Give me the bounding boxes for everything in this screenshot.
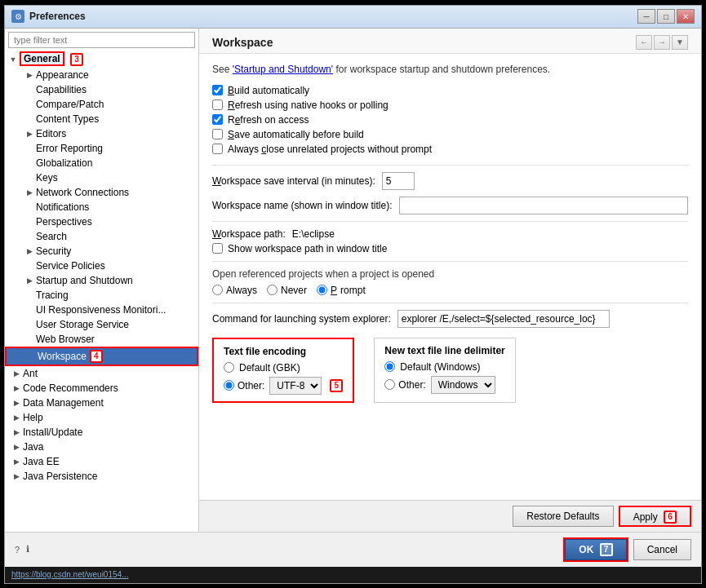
sidebar-item-error-reporting[interactable]: Error Reporting: [5, 141, 198, 156]
footer-left: ? ℹ: [15, 544, 558, 555]
preferences-window: ⚙ Preferences ─ □ ✕ ▼ General 3: [4, 5, 702, 584]
delimiter-other-label[interactable]: Other:: [384, 379, 425, 391]
build-auto-checkbox[interactable]: [212, 85, 223, 95]
close-unrelated-checkbox[interactable]: [212, 144, 223, 154]
delimiter-default-radio[interactable]: [384, 361, 395, 372]
sidebar-item-label-install-update: Install/Update: [23, 427, 82, 438]
nav-back-button[interactable]: ←: [636, 35, 652, 50]
save-interval-input[interactable]: [382, 172, 415, 190]
sidebar-item-search[interactable]: Search: [5, 229, 198, 244]
sidebar-item-install-update[interactable]: ▶ Install/Update: [5, 425, 198, 440]
sidebar-item-startup-shutdown[interactable]: ▶ Startup and Shutdown: [5, 273, 198, 288]
ok-button[interactable]: OK 7: [565, 539, 626, 560]
save-before-build-checkbox[interactable]: [212, 129, 223, 139]
workspace-path-value: E:\eclipse: [292, 228, 335, 240]
refresh-native-checkbox[interactable]: [212, 99, 223, 110]
delimiter-section: New text file line delimiter Default (Wi…: [374, 338, 515, 403]
sidebar-item-java-ee[interactable]: ▶ Java EE: [5, 454, 198, 469]
sidebar-item-ui-responsiveness[interactable]: UI Responsiveness Monitori...: [5, 303, 198, 317]
open-always-label[interactable]: Always: [212, 285, 257, 296]
expand-arrow-install-update: ▶: [11, 427, 21, 437]
window-controls: ─ □ ✕: [637, 9, 695, 24]
sidebar-item-java-persistence[interactable]: ▶ Java Persistence: [5, 469, 198, 484]
divider-1: [212, 165, 688, 166]
sidebar-item-data-management[interactable]: ▶ Data Management: [5, 396, 198, 410]
command-input[interactable]: [397, 310, 610, 328]
badge-6: 6: [664, 511, 677, 524]
sidebar-item-perspectives[interactable]: Perspectives: [5, 214, 198, 229]
footer-link[interactable]: https://blog.csdn.net/weui0154...: [11, 570, 128, 579]
sidebar-item-label-perspectives: Perspectives: [36, 216, 92, 228]
sidebar-item-capabilities[interactable]: Capabilities: [5, 82, 198, 97]
sidebar-item-compare-patch[interactable]: Compare/Patch: [5, 97, 198, 112]
checkbox-refresh-native: Refresh using native hooks or polling: [212, 99, 688, 111]
open-referenced-group: Always Never Prompt: [212, 285, 688, 296]
workspace-name-input[interactable]: [399, 197, 688, 214]
sidebar-item-tracing[interactable]: Tracing: [5, 288, 198, 303]
bottom-sections: Text file encoding Default (GBK) Other:: [212, 338, 688, 403]
delimiter-other-radio[interactable]: [384, 379, 395, 390]
apply-button[interactable]: Apply 6: [619, 506, 691, 527]
sidebar-item-network-connections[interactable]: ▶ Network Connections: [5, 185, 198, 200]
command-label: Command for launching system explorer:: [212, 313, 391, 325]
open-always-radio[interactable]: [212, 285, 223, 295]
sidebar-item-general[interactable]: ▼ General 3: [5, 51, 198, 68]
sidebar-item-workspace[interactable]: Workspace 4: [5, 347, 198, 366]
badge-5: 5: [330, 379, 343, 392]
open-never-radio[interactable]: [267, 285, 278, 295]
sidebar-item-label-capabilities: Capabilities: [36, 84, 87, 95]
encoding-default-label[interactable]: Default (GBK): [224, 362, 343, 374]
sidebar-item-user-storage[interactable]: User Storage Service: [5, 317, 198, 332]
sidebar-item-globalization[interactable]: Globalization: [5, 156, 198, 170]
open-prompt-radio[interactable]: [317, 285, 327, 295]
refresh-native-label: Refresh using native hooks or polling: [228, 99, 389, 111]
sidebar-item-notifications[interactable]: Notifications: [5, 200, 198, 214]
maximize-button[interactable]: □: [657, 9, 675, 24]
expand-arrow-java-persistence: ▶: [11, 471, 21, 481]
sidebar-item-ant[interactable]: ▶ Ant: [5, 366, 198, 381]
badge-3: 3: [70, 53, 83, 66]
sidebar-item-web-browser[interactable]: Web Browser: [5, 332, 198, 347]
startup-shutdown-link[interactable]: 'Startup and Shutdown': [233, 64, 333, 75]
delimiter-select[interactable]: Windows Unix Mac: [431, 376, 495, 394]
delimiter-default-text: Default (Windows): [400, 361, 480, 373]
sidebar-item-label-workspace: Workspace: [38, 351, 87, 362]
minimize-button[interactable]: ─: [637, 9, 655, 24]
sidebar-item-label-notifications: Notifications: [36, 201, 89, 213]
sidebar-item-help[interactable]: ▶ Help: [5, 410, 198, 425]
sidebar-item-label-general: General 3: [20, 53, 83, 66]
info-icon[interactable]: ℹ: [26, 544, 29, 555]
nav-dropdown-button[interactable]: ▼: [672, 35, 688, 50]
sidebar-item-code-recommenders[interactable]: ▶ Code Recommenders: [5, 381, 198, 396]
close-button[interactable]: ✕: [677, 9, 695, 24]
sidebar-item-label-tracing: Tracing: [36, 290, 69, 301]
show-path-checkbox[interactable]: [212, 243, 223, 254]
encoding-other-label[interactable]: Other:: [224, 380, 264, 391]
checkbox-save-before-build: Save automatically before build: [212, 129, 688, 140]
refresh-access-label: Refresh on access: [228, 114, 309, 126]
sidebar-item-keys[interactable]: Keys: [5, 170, 198, 185]
window-title: Preferences: [29, 11, 637, 22]
open-prompt-label[interactable]: Prompt: [317, 285, 366, 296]
sidebar-item-content-types[interactable]: Content Types: [5, 112, 198, 126]
cancel-button[interactable]: Cancel: [633, 539, 691, 560]
sidebar-item-editors[interactable]: ▶ Editors: [5, 126, 198, 141]
encoding-select[interactable]: UTF-8 GBK: [269, 377, 322, 395]
nav-forward-button[interactable]: →: [654, 35, 670, 50]
encoding-other-radio[interactable]: [224, 380, 234, 391]
restore-defaults-button[interactable]: Restore Defaults: [513, 506, 613, 527]
checkboxes-section: Build automatically Refresh using native…: [212, 85, 688, 155]
help-icon[interactable]: ?: [15, 545, 20, 555]
sidebar-item-java[interactable]: ▶ Java: [5, 440, 198, 454]
open-never-label[interactable]: Never: [267, 285, 307, 296]
delimiter-default-label[interactable]: Default (Windows): [384, 361, 504, 373]
sidebar-item-label-ui-responsiveness: UI Responsiveness Monitori...: [36, 304, 166, 316]
sidebar-item-security[interactable]: ▶ Security: [5, 244, 198, 259]
encoding-options: Default (GBK) Other: UTF-8 GBK: [224, 362, 343, 395]
sidebar-item-service-policies[interactable]: Service Policies: [5, 259, 198, 273]
ok-cancel-bar: ? ℹ OK 7 Cancel: [5, 532, 701, 567]
filter-input[interactable]: [8, 32, 195, 48]
encoding-default-radio[interactable]: [224, 362, 234, 373]
refresh-access-checkbox[interactable]: [212, 114, 223, 125]
sidebar-item-appearance[interactable]: ▶ Appearance: [5, 68, 198, 82]
